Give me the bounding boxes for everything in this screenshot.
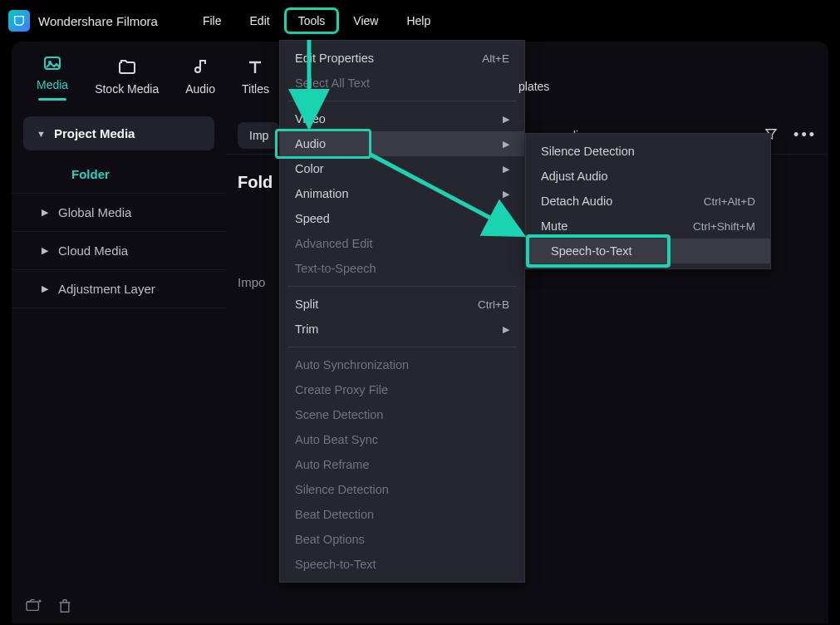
menu-edit[interactable]: Edit <box>238 10 282 32</box>
sidebar-global-media[interactable]: ▶ Global Media <box>12 193 226 231</box>
sidebar-adjustment-layer[interactable]: ▶ Adjustment Layer <box>12 269 226 308</box>
dd-label: Speech-to-Text <box>295 558 376 571</box>
caret-down-icon: ▼ <box>37 129 46 139</box>
dd-label: Silence Detection <box>295 483 389 496</box>
titlebar: Wondershare Filmora File Edit Tools View… <box>0 0 840 42</box>
chevron-right-icon: ▶ <box>503 214 509 224</box>
dd-separator <box>288 101 516 101</box>
chevron-right-icon: ▶ <box>503 114 509 125</box>
menu-view[interactable]: View <box>341 10 390 32</box>
dd-color[interactable]: Color ▶ <box>280 156 524 181</box>
tab-audio[interactable]: Audio <box>185 57 215 101</box>
dd-beat-detection: Beat Detection <box>280 502 524 527</box>
dd-label: Edit Properties <box>295 52 374 65</box>
dd-label: Speech-to-Text <box>551 244 632 258</box>
sidebar-row-label: Global Media <box>58 205 131 219</box>
dd-advanced-edit: Advanced Edit <box>280 231 524 256</box>
dd-label: Create Proxy File <box>295 383 388 396</box>
sidebar-header-label: Project Media <box>54 126 135 140</box>
dd-video[interactable]: Video ▶ <box>280 106 524 131</box>
tab-media[interactable]: Media <box>37 53 68 106</box>
dd-label: Detach Audio <box>541 194 612 208</box>
tab-titles-label: Titles <box>242 82 269 96</box>
dd-split[interactable]: Split Ctrl+B <box>280 292 524 317</box>
sidebar-row-label: Adjustment Layer <box>58 282 155 296</box>
menubar: File Edit Tools View Help <box>191 10 442 32</box>
trash-icon[interactable] <box>58 598 71 617</box>
audio-submenu: Silence Detection Adjust Audio Detach Au… <box>525 133 771 269</box>
dd-shortcut: Alt+E <box>482 52 509 65</box>
sidebar-row-label: Cloud Media <box>58 244 128 258</box>
dd-text-to-speech: Text-to-Speech <box>280 256 524 281</box>
top-icons: ••• <box>764 126 817 144</box>
dd-auto-sync: Auto Synchronization <box>280 352 524 377</box>
sidebar: ▼ Project Media Folder ▶ Global Media ▶ … <box>12 116 226 623</box>
dd-edit-properties[interactable]: Edit Properties Alt+E <box>280 46 524 71</box>
dd-speed[interactable]: Speed ▶ <box>280 206 524 231</box>
chevron-right-icon: ▶ <box>503 324 509 335</box>
chevron-right-icon: ▶ <box>42 245 48 256</box>
chevron-right-icon: ▶ <box>503 164 509 175</box>
sub-speech-to-text[interactable]: Speech-to-Text <box>526 239 770 263</box>
stock-media-icon <box>116 57 138 77</box>
chevron-right-icon: ▶ <box>503 139 509 150</box>
dd-label: Auto Reframe <box>295 458 369 471</box>
dd-trim[interactable]: Trim ▶ <box>280 317 524 342</box>
dd-beat-options: Beat Options <box>280 527 524 552</box>
dd-auto-beat-sync: Auto Beat Sync <box>280 427 524 452</box>
dd-label: Video <box>295 112 326 125</box>
tab-stock-media-label: Stock Media <box>95 82 159 96</box>
dd-shortcut: Ctrl+Alt+D <box>704 195 755 208</box>
sub-mute[interactable]: Mute Ctrl+Shift+M <box>526 214 770 239</box>
dd-label: Beat Detection <box>295 508 374 521</box>
dd-label: Trim <box>295 322 318 336</box>
dd-silence-detection: Silence Detection <box>280 477 524 502</box>
dd-shortcut: Ctrl+B <box>478 298 509 311</box>
sub-silence-detection[interactable]: Silence Detection <box>526 139 770 164</box>
tab-audio-label: Audio <box>185 82 215 96</box>
dd-label: Mute <box>541 219 567 233</box>
dd-label: Adjust Audio <box>541 170 608 183</box>
dd-label: Advanced Edit <box>295 237 373 250</box>
menu-tools[interactable]: Tools <box>287 10 337 32</box>
dd-label: Speed <box>295 212 330 225</box>
dd-separator <box>288 286 516 287</box>
chevron-right-icon: ▶ <box>42 207 48 218</box>
more-icon[interactable]: ••• <box>793 126 817 144</box>
tab-stock-media[interactable]: Stock Media <box>95 57 159 101</box>
dd-label: Animation <box>295 187 348 200</box>
sidebar-cloud-media[interactable]: ▶ Cloud Media <box>12 231 226 269</box>
dd-label: Scene Detection <box>295 408 383 421</box>
dd-animation[interactable]: Animation ▶ <box>280 181 524 206</box>
dd-speech-to-text: Speech-to-Text <box>280 552 524 577</box>
dd-auto-reframe: Auto Reframe <box>280 452 524 477</box>
dd-label: Auto Synchronization <box>295 358 409 372</box>
sub-adjust-audio[interactable]: Adjust Audio <box>526 164 770 189</box>
dd-label: Silence Detection <box>541 145 635 158</box>
tools-dropdown: Edit Properties Alt+E Select All Text Vi… <box>279 40 525 583</box>
menu-file[interactable]: File <box>191 10 233 32</box>
titles-icon <box>244 57 266 77</box>
tab-templates-fragment[interactable]: plates <box>518 80 549 93</box>
plus-folder-icon[interactable] <box>25 598 42 617</box>
media-icon <box>42 53 63 73</box>
dd-label: Beat Options <box>295 533 365 546</box>
tab-titles[interactable]: Titles <box>242 57 269 101</box>
sidebar-project-media[interactable]: ▼ Project Media <box>23 116 214 150</box>
dd-shortcut: Ctrl+Shift+M <box>693 220 755 233</box>
crumb-fragment-left[interactable]: Imp <box>238 122 280 149</box>
menu-help[interactable]: Help <box>395 10 442 32</box>
dd-label: Auto Beat Sync <box>295 433 378 446</box>
app-title: Wondershare Filmora <box>38 14 158 28</box>
dd-label: Color <box>295 162 324 175</box>
dd-separator <box>288 347 516 347</box>
chevron-right-icon: ▶ <box>42 283 48 294</box>
sidebar-folder[interactable]: Folder <box>12 155 226 193</box>
dd-audio[interactable]: Audio ▶ <box>280 131 524 156</box>
svg-rect-2 <box>27 602 38 610</box>
audio-icon <box>189 57 211 77</box>
sub-detach-audio[interactable]: Detach Audio Ctrl+Alt+D <box>526 189 770 214</box>
dd-label: Select All Text <box>295 76 370 90</box>
dd-label: Text-to-Speech <box>295 262 376 275</box>
tab-underline <box>38 98 66 101</box>
